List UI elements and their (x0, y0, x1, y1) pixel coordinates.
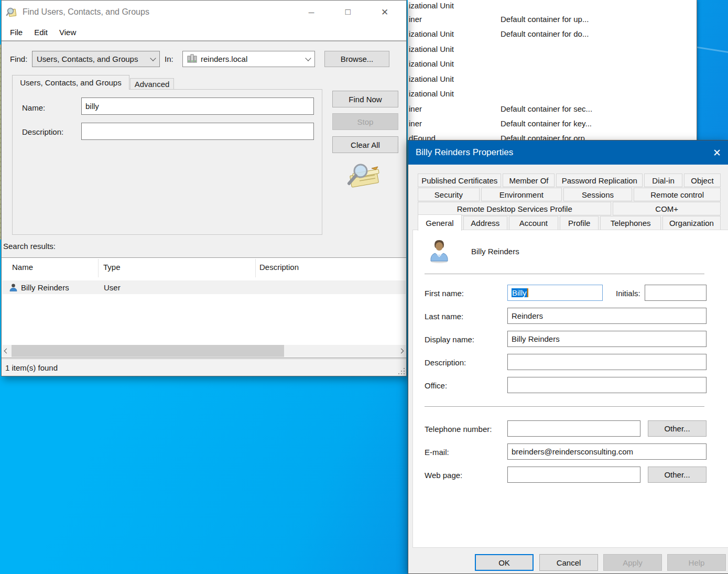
column-header-description[interactable]: Description (259, 263, 299, 272)
display-name-input[interactable]: Billy Reinders (507, 331, 707, 347)
email-input[interactable]: breinders@reindersconsulting.com (507, 443, 707, 460)
close-button[interactable]: ✕ (366, 1, 403, 24)
web-page-label: Web page: (425, 470, 462, 481)
tab-remote-desktop-services-profile[interactable]: Remote Desktop Services Profile (418, 202, 611, 215)
scroll-left-arrow[interactable] (2, 345, 11, 357)
in-value: reinders.local (201, 55, 247, 63)
name-input[interactable]: billy (81, 98, 314, 115)
browse-button[interactable]: Browse... (324, 51, 389, 67)
tab-row-2: Security Environment Sessions Remote con… (418, 188, 721, 201)
search-results-label: Search results: (3, 242, 56, 251)
find-window-content: Find: Users, Contacts, and Groups In: re… (2, 42, 406, 376)
minimize-button[interactable]: ─ (293, 1, 330, 24)
menu-edit[interactable]: Edit (28, 28, 53, 37)
email-label: E-mail: (425, 447, 449, 458)
in-label: In: (165, 55, 173, 63)
in-dropdown[interactable]: reinders.local (182, 51, 315, 67)
last-name-input[interactable]: Reinders (507, 308, 707, 324)
tab-users-contacts-groups[interactable]: Users, Contacts, and Groups (12, 75, 129, 90)
ad-list-row[interactable]: izational Unit (408, 44, 697, 55)
find-type-dropdown[interactable]: Users, Contacts, and Groups (32, 51, 160, 67)
stop-button[interactable]: Stop (332, 113, 398, 130)
find-users-window: Find Users, Contacts, and Groups ─ □ ✕ F… (1, 0, 407, 376)
web-page-other-button[interactable]: Other... (648, 467, 707, 483)
tab-environment[interactable]: Environment (481, 188, 562, 201)
tab-published-certificates[interactable]: Published Certificates (418, 174, 501, 187)
telephone-input[interactable] (507, 420, 640, 437)
ad-list-row[interactable]: izational Unit (408, 0, 697, 12)
tab-profile[interactable]: Profile (560, 216, 599, 230)
description-label: Description: (425, 357, 466, 369)
tab-dial-in[interactable]: Dial-in (644, 174, 682, 187)
first-name-label: First name: (425, 288, 464, 299)
properties-titlebar[interactable]: Billy Reinders Properties ✕ (408, 140, 728, 165)
find-label: Find: (10, 55, 27, 63)
tab-sessions[interactable]: Sessions (563, 188, 632, 201)
resize-grip[interactable] (398, 368, 405, 374)
tab-password-replication[interactable]: Password Replication (556, 174, 643, 187)
ad-list-row[interactable]: inerDefault container for up... (408, 14, 697, 25)
tab-row-4: General Address Account Profile Telephon… (418, 216, 721, 230)
close-icon[interactable]: ✕ (713, 147, 721, 159)
tab-security[interactable]: Security (418, 188, 480, 201)
tab-organization[interactable]: Organization (662, 216, 721, 230)
help-button[interactable]: Help (667, 554, 726, 571)
initials-label: Initials: (616, 288, 640, 299)
office-input[interactable] (507, 377, 707, 393)
apply-button[interactable]: Apply (603, 554, 662, 571)
ad-list-row[interactable]: izational UnitDefault container for do..… (408, 28, 697, 40)
tab-general[interactable]: General (418, 214, 462, 231)
office-label: Office: (425, 380, 447, 392)
tab-member-of[interactable]: Member Of (503, 174, 555, 187)
result-type: User (104, 283, 121, 292)
menu-view[interactable]: View (53, 28, 82, 37)
find-now-button[interactable]: Find Now (332, 91, 398, 107)
ad-list-row[interactable]: inerDefault container for key... (408, 118, 697, 129)
scroll-right-arrow[interactable] (397, 345, 406, 357)
tab-remote-control[interactable]: Remote control (634, 188, 721, 201)
description-label: Description: (22, 127, 63, 136)
horizontal-scrollbar[interactable] (2, 345, 406, 357)
column-header-type[interactable]: Type (103, 263, 121, 272)
tab-row-1: Published Certificates Member Of Passwor… (418, 174, 721, 187)
ad-list-row[interactable]: inerDefault container for sec... (408, 103, 697, 115)
properties-dialog: Billy Reinders Properties ✕ Published Ce… (408, 140, 728, 574)
telephone-other-button[interactable]: Other... (648, 420, 707, 437)
description-input[interactable] (507, 354, 707, 370)
scrollbar-thumb[interactable] (12, 345, 284, 357)
ad-list-row[interactable]: izational Unit (408, 73, 697, 85)
initials-input[interactable] (645, 285, 707, 301)
tab-row-3: Remote Desktop Services Profile COM+ (418, 202, 721, 215)
column-header-name[interactable]: Name (12, 263, 33, 272)
description-input[interactable] (81, 123, 314, 140)
user-icon (9, 283, 18, 292)
web-page-input[interactable] (507, 467, 640, 483)
name-label: Name: (22, 103, 45, 112)
tab-address[interactable]: Address (463, 216, 507, 230)
tab-telephones[interactable]: Telephones (600, 216, 660, 230)
search-criteria-panel: Name: billy Description: (12, 89, 322, 235)
tab-account[interactable]: Account (509, 216, 558, 230)
text-caret (527, 288, 528, 297)
menu-bar: File Edit View (2, 24, 406, 41)
tab-com-plus[interactable]: COM+ (613, 202, 721, 215)
tab-advanced[interactable]: Advanced (130, 78, 174, 90)
clear-all-button[interactable]: Clear All (332, 136, 398, 153)
user-display-name: Billy Reinders (471, 247, 519, 256)
find-window-titlebar[interactable]: Find Users, Contacts, and Groups ─ □ ✕ (2, 1, 406, 24)
result-row-billy-reinders[interactable]: Billy Reinders User (2, 280, 406, 294)
search-results-list: Name Type Description Billy Reinders Use… (2, 257, 406, 358)
menu-file[interactable]: File (4, 28, 28, 37)
search-icon (341, 162, 385, 192)
first-name-input[interactable]: Billy (507, 285, 603, 301)
ok-button[interactable]: OK (475, 554, 534, 571)
ad-list-row[interactable]: izational Unit (408, 88, 697, 100)
user-icon-large (427, 239, 451, 264)
chevron-down-icon (150, 55, 156, 61)
status-bar: 1 item(s) found (2, 359, 406, 376)
ad-list-row[interactable]: izational Unit (408, 58, 697, 70)
tab-object[interactable]: Object (684, 174, 721, 187)
maximize-button[interactable]: □ (330, 1, 366, 24)
cancel-button[interactable]: Cancel (539, 554, 598, 571)
telephone-label: Telephone number: (425, 424, 492, 435)
